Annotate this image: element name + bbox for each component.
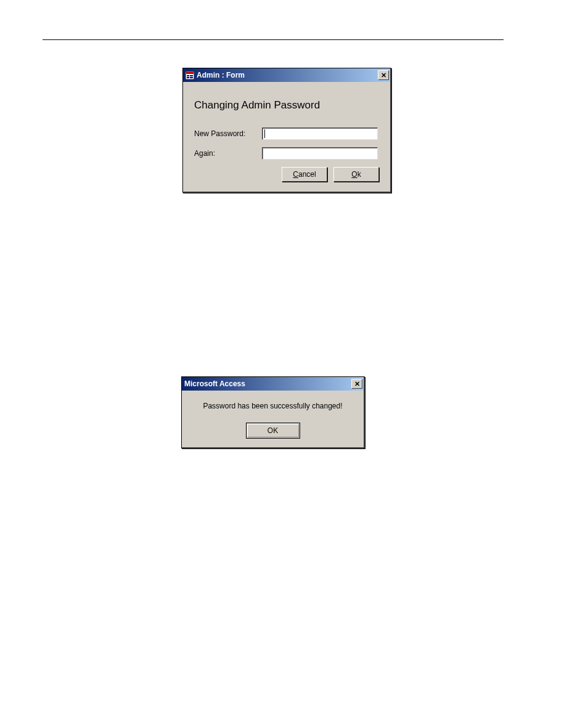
admin-form-dialog: Admin : Form ✕ Changing Admin Password N… xyxy=(182,68,391,193)
titlebar[interactable]: Admin : Form ✕ xyxy=(183,68,390,82)
ok-label: OK xyxy=(267,426,278,435)
button-row: Cancel Ok xyxy=(262,167,379,182)
svg-rect-5 xyxy=(190,77,193,78)
dialog-heading: Changing Admin Password xyxy=(194,99,379,112)
titlebar[interactable]: Microsoft Access ✕ xyxy=(182,377,364,391)
text-caret xyxy=(264,129,265,138)
form-icon xyxy=(186,71,194,79)
ok-button[interactable]: Ok xyxy=(333,167,379,182)
close-button[interactable]: ✕ xyxy=(378,70,389,80)
horizontal-rule xyxy=(43,39,504,40)
cancel-button[interactable]: Cancel xyxy=(282,167,327,182)
again-label: Again: xyxy=(194,149,262,158)
close-icon: ✕ xyxy=(381,71,386,79)
message-text: Password has been successfully changed! xyxy=(203,402,342,410)
cancel-rest: ancel xyxy=(298,170,316,179)
ok-button[interactable]: OK xyxy=(246,423,300,439)
ok-accel: O xyxy=(351,170,357,179)
close-icon: ✕ xyxy=(354,380,360,388)
message-dialog: Microsoft Access ✕ Password has been suc… xyxy=(181,376,365,448)
svg-rect-2 xyxy=(187,75,189,76)
close-button[interactable]: ✕ xyxy=(351,379,362,389)
new-password-row: New Password: xyxy=(194,128,379,140)
svg-rect-4 xyxy=(187,77,189,78)
new-password-label: New Password: xyxy=(194,129,262,138)
dialog-body: Password has been successfully changed! … xyxy=(182,391,364,447)
titlebar-text: Microsoft Access xyxy=(184,379,245,388)
ok-rest: k xyxy=(357,170,361,179)
again-input[interactable] xyxy=(262,147,378,160)
new-password-input[interactable] xyxy=(262,128,378,140)
svg-rect-3 xyxy=(190,75,193,76)
titlebar-text: Admin : Form xyxy=(197,71,245,79)
cancel-accel: C xyxy=(293,170,298,179)
dialog-body: Changing Admin Password New Password: Ag… xyxy=(183,82,390,192)
again-row: Again: xyxy=(194,147,379,160)
svg-rect-1 xyxy=(186,72,194,74)
